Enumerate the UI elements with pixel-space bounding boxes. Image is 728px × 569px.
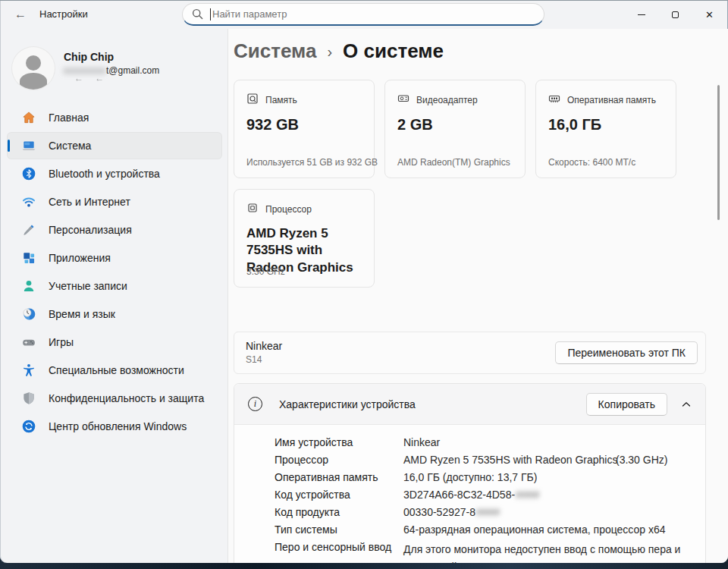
device-name: Ninkear [246,340,282,352]
maximize-icon [672,11,679,18]
sidebar-item-privacy[interactable]: Конфиденциальность и защита [8,385,221,411]
apps-icon [21,250,36,266]
sidebar-item-network[interactable]: Сеть и Интернет [8,189,221,215]
sidebar-item-label: Сеть и Интернет [49,196,130,208]
vertical-scrollbar[interactable] [717,85,720,220]
card-label: Память [265,95,297,105]
network-icon [21,194,36,209]
titlebar: ← Настройки ✕ [0,0,728,29]
spec-row-processor: Процессор AMD Ryzen 5 7535HS with Radeon… [275,454,690,471]
spec-value: 64-разрядная операционная система, проце… [403,523,666,536]
specs-table: Имя устройства Ninkear Процессор AMD Ryz… [234,425,705,563]
rename-pc-button[interactable]: Переименовать этот ПК [555,341,698,364]
avatar-body [20,73,47,90]
sidebar-item-label: Время и язык [49,308,115,320]
spec-label: Перо и сенсорный ввод [275,541,403,553]
sidebar-item-home[interactable]: Главная [8,105,221,130]
sidebar-item-bluetooth[interactable]: Bluetooth и устройства [8,161,221,187]
card-footer: Скорость: 6400 МТ/с [548,157,635,168]
device-model: S14 [246,354,262,365]
copy-button[interactable]: Копировать [586,393,667,416]
overview-cards: Память 932 GB Используется 51 GB из 932 … [234,80,676,288]
app-title: Настройки [39,8,88,20]
device-specs-expander: i Характеристики устройства Копировать И… [234,383,706,563]
text-caret [210,8,211,20]
bluetooth-icon [21,166,36,181]
spec-label: Процессор [275,454,403,466]
card-value: 16,0 ГБ [548,116,664,134]
close-icon: ✕ [705,9,714,20]
cpu-card[interactable]: Процессор AMD Ryzen 5 7535HS with Radeon… [234,189,375,288]
minimize-icon [638,14,645,15]
spec-value: Для этого монитора недоступен ввод с пом… [403,543,680,563]
sidebar-item-label: Специальные возможности [49,364,184,376]
accessibility-icon [21,363,36,378]
cpu-icon [246,202,259,217]
spec-row-system-type: Тип системы 64-разрядная операционная си… [275,523,690,541]
card-footer: AMD Radeon(TM) Graphics [397,157,510,168]
spec-value: 16,0 ГБ (доступно: 13,7 ГБ) [403,471,537,483]
spec-label: Тип системы [275,523,403,536]
search-icon [192,8,203,20]
sidebar-item-label: Главная [49,112,89,124]
gpu-icon [397,93,410,108]
sidebar: Chip Chip xxxxxxxxt@gmail.com ← ← Главна… [0,29,228,563]
sidebar-item-label: Конфиденциальность и защита [49,392,204,404]
spec-label: Код продукта [275,506,403,518]
maximize-button[interactable] [658,0,692,29]
card-label: Процессор [265,204,312,215]
email-visible: t@gmail.com [106,65,159,76]
main-content: Система › О системе Память 932 GB Исполь… [228,29,728,563]
ram-card[interactable]: Оперативная память 16,0 ГБ Скорость: 640… [535,80,676,178]
sidebar-item-personalization[interactable]: Персонализация [8,217,221,243]
breadcrumb-parent[interactable]: Система [234,39,316,63]
search-box[interactable] [182,3,544,26]
spec-value: AMD Ryzen 5 7535HS with Radeon Graphics [403,454,617,466]
minimize-button[interactable] [624,0,658,29]
gpu-card[interactable]: Видеоадаптер 2 GB AMD Radeon(TM) Graphic… [384,80,526,178]
breadcrumb: Система › О системе [234,39,444,63]
personalization-icon [21,222,36,237]
sidebar-item-apps[interactable]: Приложения [8,245,221,271]
spec-label: Код устройства [275,489,403,501]
chevron-up-icon[interactable] [678,401,695,407]
card-value: 932 GB [246,116,362,134]
spec-row-ram: Оперативная память 16,0 ГБ (доступно: 13… [275,471,690,489]
chevron-right-icon: › [327,43,332,61]
sidebar-item-label: Bluetooth и устройства [49,168,160,180]
windows-update-icon [21,419,36,434]
home-icon [21,110,36,125]
specs-header[interactable]: i Характеристики устройства Копировать [234,384,705,425]
sidebar-item-accessibility[interactable]: Специальные возможности [8,357,221,383]
sidebar-item-gaming[interactable]: Игры [8,329,221,355]
ram-icon [548,93,560,108]
card-value: 2 GB [397,116,513,134]
spec-value: 00330-52927-8 [403,506,475,518]
sidebar-item-system[interactable]: Система [8,133,221,159]
close-button[interactable]: ✕ [692,0,726,29]
back-button[interactable]: ← [9,4,32,25]
avatar[interactable] [12,47,55,90]
redacted-value: #### [476,506,500,518]
card-label: Видеоадаптер [416,95,478,105]
sidebar-item-time-language[interactable]: Время и язык [8,301,221,327]
spec-row-pen-touch: Перо и сенсорный ввод Для этого монитора… [275,541,690,563]
search-input[interactable] [212,8,535,20]
page-title: О системе [343,39,444,63]
storage-card[interactable]: Память 932 GB Используется 51 GB из 932 … [234,80,375,178]
card-footer: Используется 51 GB из 932 GB [246,157,378,168]
window-controls: ✕ [624,0,726,29]
sidebar-item-accounts[interactable]: Учетные записи [8,273,221,299]
spec-row-device-name: Имя устройства Ninkear [275,436,690,454]
sidebar-item-windows-update[interactable]: Центр обновления Windows [8,413,221,439]
sidebar-item-label: Учетные записи [49,280,127,292]
settings-window: ← Настройки ✕ Chip Chip xxxxxxxxt@gmail.… [0,0,728,563]
redacted-value: #### [516,489,539,501]
time-language-icon [21,307,36,322]
sidebar-item-label: Система [49,140,91,152]
spec-note: (3.30 GHz) [616,454,667,466]
device-name-section: Ninkear S14 Переименовать этот ПК [234,332,706,374]
card-label: Оперативная память [567,95,656,105]
avatar-head [26,55,41,71]
blur-artifact-arrows: ← ← [74,73,108,83]
